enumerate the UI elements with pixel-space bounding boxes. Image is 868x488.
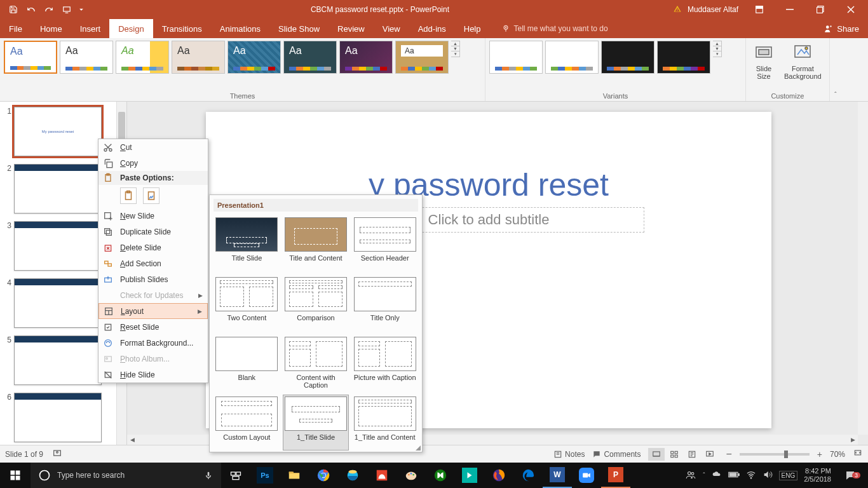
flyout-resize-grip[interactable] — [414, 444, 421, 451]
ribbon-display-button[interactable] — [745, 0, 774, 19]
share-button[interactable]: Share — [815, 19, 868, 38]
comments-button[interactable]: Comments — [592, 450, 641, 459]
app-chrome[interactable] — [309, 463, 338, 488]
zoom-slider[interactable] — [740, 453, 810, 456]
layout-title-only[interactable]: Title Only — [351, 275, 418, 331]
ctx-format-background[interactable]: Format Background... — [98, 335, 208, 351]
theme-3[interactable]: Aa — [116, 41, 169, 74]
variants-gallery-more[interactable]: ▲▼▾ — [713, 41, 722, 57]
app-paint3d[interactable] — [367, 463, 397, 488]
tray-people[interactable] — [685, 469, 696, 482]
start-from-beginning-button[interactable] — [58, 1, 75, 18]
collapse-ribbon-button[interactable]: ˆ — [830, 38, 841, 101]
layout-picture-caption[interactable]: Picture with Caption — [351, 335, 418, 391]
task-view-button[interactable] — [221, 463, 250, 488]
theme-8[interactable]: Aa — [395, 41, 449, 74]
close-button[interactable] — [836, 0, 865, 19]
layout-comparison[interactable]: Comparison — [283, 275, 349, 331]
ctx-publish-slides[interactable]: Publish Slides — [98, 271, 208, 287]
theme-5[interactable]: Aa — [227, 41, 281, 74]
tray-wifi-icon[interactable] — [746, 470, 756, 482]
tell-me-search[interactable]: Tell me what you want to do — [501, 19, 608, 38]
view-slideshow[interactable] — [702, 448, 718, 461]
layout-blank[interactable]: Blank — [214, 335, 280, 391]
tray-clock[interactable]: 8:42 PM 2/5/2018 — [804, 467, 831, 484]
tray-expand-icon[interactable]: ˆ — [703, 472, 705, 479]
app-firefox[interactable] — [484, 463, 513, 488]
app-ie[interactable] — [338, 463, 367, 488]
variant-4[interactable] — [657, 41, 710, 74]
app-powerpoint[interactable]: P — [601, 463, 630, 488]
layout-title-content[interactable]: Title and Content — [283, 215, 349, 271]
tab-slideshow[interactable]: Slide Show — [269, 19, 329, 38]
ctx-delete-slide[interactable]: Delete Slide — [98, 240, 208, 255]
tab-insert[interactable]: Insert — [71, 19, 110, 38]
theme-4[interactable]: Aa — [172, 41, 225, 74]
redo-button[interactable] — [41, 1, 57, 18]
ctx-layout[interactable]: Layout▶ — [98, 303, 208, 319]
app-zoom[interactable] — [572, 463, 601, 488]
app-filmora[interactable] — [455, 463, 484, 488]
ctx-cut[interactable]: Cut — [98, 139, 208, 155]
slide-size-button[interactable]: Slide Size — [750, 41, 778, 81]
variant-2[interactable] — [545, 41, 599, 74]
zoom-percent[interactable]: 70% — [830, 450, 845, 459]
tab-transitions[interactable]: Transitions — [153, 19, 211, 38]
slide-thumbnail-6[interactable]: 6 — [0, 388, 126, 445]
view-reading[interactable] — [684, 448, 700, 461]
qat-more-button[interactable] — [76, 1, 86, 18]
save-button[interactable] — [5, 1, 22, 18]
tab-help[interactable]: Help — [455, 19, 490, 38]
zoom-out-button[interactable]: − — [726, 449, 731, 460]
app-paint[interactable] — [397, 463, 426, 488]
taskbar-search[interactable]: Type here to search — [31, 463, 221, 488]
app-edge[interactable] — [513, 463, 543, 488]
tray-battery-icon[interactable] — [728, 471, 740, 480]
tray-onedrive-icon[interactable] — [712, 470, 722, 482]
layout-1-title-content[interactable]: 1_Title and Content — [351, 395, 418, 451]
tab-animations[interactable]: Animations — [211, 19, 269, 38]
fit-to-window-button[interactable] — [853, 449, 863, 459]
layout-two-content[interactable]: Two Content — [214, 275, 280, 331]
layout-title-slide[interactable]: Title Slide — [214, 215, 280, 271]
start-button[interactable] — [0, 463, 31, 488]
theme-2[interactable]: Aa — [60, 41, 113, 74]
view-sorter[interactable] — [666, 448, 682, 461]
view-normal[interactable] — [648, 448, 665, 461]
ctx-hide-slide[interactable]: Hide Slide — [98, 367, 208, 383]
format-background-button[interactable]: Format Background — [780, 41, 825, 81]
ctx-duplicate-slide[interactable]: Duplicate Slide — [98, 224, 208, 240]
variant-3[interactable] — [601, 41, 654, 74]
layout-1-title-slide[interactable]: 1_Title Slide — [283, 395, 349, 451]
paste-picture[interactable] — [143, 187, 159, 204]
themes-gallery-more[interactable]: ▲▼▾ — [451, 41, 460, 57]
tray-volume-icon[interactable] — [763, 470, 773, 482]
tab-view[interactable]: View — [374, 19, 409, 38]
theme-office[interactable]: Aa — [4, 41, 57, 74]
notes-button[interactable]: Notes — [553, 450, 585, 459]
tab-file[interactable]: File — [0, 19, 31, 38]
ctx-add-section[interactable]: Add Section — [98, 255, 208, 271]
layout-content-caption[interactable]: Content with Caption — [283, 335, 349, 391]
app-explorer[interactable] — [280, 463, 309, 488]
paste-use-destination[interactable] — [120, 187, 137, 204]
maximize-button[interactable] — [806, 0, 835, 19]
theme-6[interactable]: Aa — [283, 41, 337, 74]
app-photoshop[interactable]: Ps — [250, 463, 280, 488]
undo-button[interactable] — [23, 1, 39, 18]
minimize-button[interactable] — [775, 0, 804, 19]
tray-notifications[interactable]: 3 — [837, 470, 863, 481]
accessibility-icon[interactable] — [52, 448, 62, 460]
layout-section-header[interactable]: Section Header — [351, 215, 418, 271]
canvas-vscrollbar[interactable] — [858, 102, 868, 435]
tab-design[interactable]: Design — [109, 19, 153, 38]
ctx-new-slide[interactable]: New Slide — [98, 208, 208, 224]
variant-1[interactable] — [489, 41, 543, 74]
layout-custom[interactable]: Custom Layout — [214, 395, 280, 451]
tray-language[interactable]: ENG — [779, 471, 798, 480]
tab-review[interactable]: Review — [329, 19, 374, 38]
zoom-in-button[interactable]: + — [817, 449, 822, 459]
ctx-reset-slide[interactable]: Reset Slide — [98, 319, 208, 335]
ctx-copy[interactable]: Copy — [98, 155, 208, 171]
app-xbox[interactable] — [426, 463, 455, 488]
